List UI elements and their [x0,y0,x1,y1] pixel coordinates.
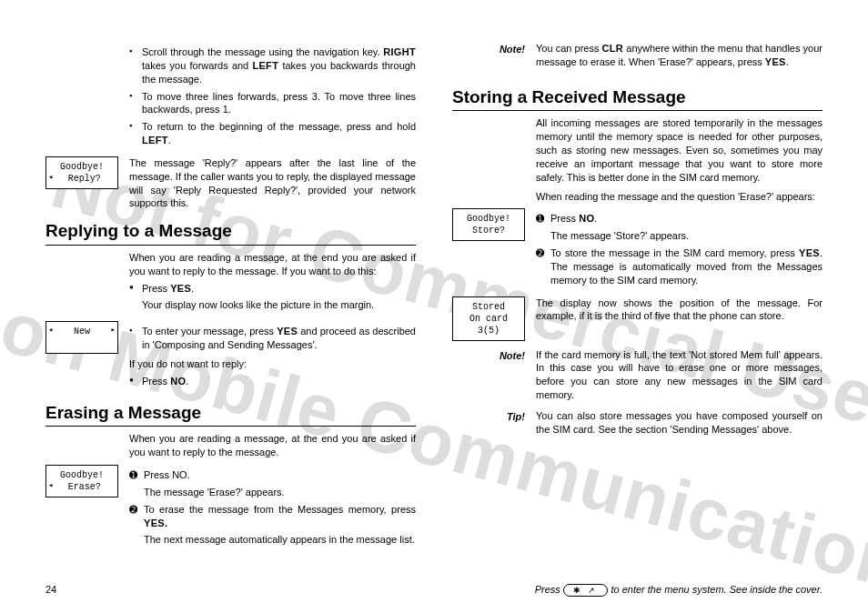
list-item: To move three lines forwards, press 3. T… [129,90,416,117]
heading-storing: Storing a Received Message [452,85,823,112]
tip-text: You can also store messages you have com… [536,409,823,437]
store-question: When reading the message and the questio… [536,190,823,204]
position-para: The display now shows the position of th… [536,296,823,324]
reply-no-intro: If you do not want to reply: [129,357,416,371]
store-intro: All incoming messages are stored tempora… [536,116,823,184]
store-s1-after: The message 'Store?' appears. [536,229,823,243]
list-item: Press YES. [129,282,416,296]
tip-label: Tip! [452,409,525,424]
list-item: ➊Press NO. [129,468,416,482]
left-column: Scroll through the message using the nav… [45,36,416,550]
note-clr: You can press CLR anywhere within the me… [536,42,823,69]
footer-hint: Press ✱ ↗ to enter the menu system. See … [535,583,823,597]
erase-s1-after: The message 'Erase?' appears. [129,486,416,499]
reply-after: Your display now looks like the picture … [129,298,416,312]
heading-erasing: Erasing a Message [45,401,416,427]
list-item: ➊Press NO. [536,212,823,226]
right-column: Note! You can press CLR anywhere within … [452,36,823,550]
erase-after: The next message automatically appears i… [129,533,416,547]
scroll-instructions-list: Scroll through the message using the nav… [129,45,416,147]
list-item: Press NO. [129,375,416,388]
lcd-reply: Goodbye! Reply? [45,156,118,189]
reply-explain-para: The message 'Reply?' appears after the l… [129,156,416,210]
reply-intro: When you are reading a message, at the e… [129,251,416,278]
note-label: Note! [452,42,525,56]
page-number: 24 [45,583,56,597]
list-item: Scroll through the message using the nav… [129,45,416,86]
note-label: Note! [452,348,525,363]
erase-intro: When you are reading a message, at the e… [129,432,416,459]
note-memfull: If the card memory is full, the text 'No… [536,348,823,402]
list-item: To return to the beginning of the messag… [129,120,416,147]
lcd-new: New [45,321,118,354]
navkey-icon: ✱ ↗ [563,584,609,597]
heading-replying: Replying to a Message [45,219,416,246]
lcd-erase: Goodbye! Erase? [45,465,118,497]
list-item: To enter your message, press YES and pro… [129,325,416,352]
lcd-stored: Stored On card 3(5) [452,296,525,341]
list-item: ➋To erase the message from the Messages … [129,503,416,530]
lcd-store: Goodbye! Store? [452,208,525,241]
list-item: ➋To store the message in the SIM card me… [536,246,823,287]
